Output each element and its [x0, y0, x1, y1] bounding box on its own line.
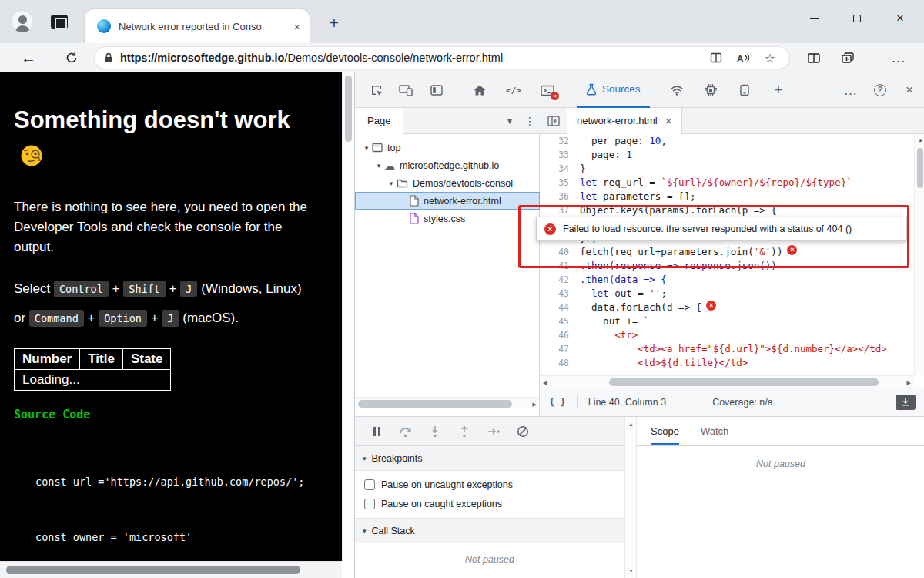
step-out-button[interactable] [454, 422, 475, 442]
line-number[interactable]: 46 [540, 328, 580, 342]
editor-line[interactable]: 44 data.forEach(d => {× [540, 301, 914, 314]
line-number[interactable]: 48 [540, 356, 580, 370]
step-button[interactable] [483, 422, 504, 442]
editor-line[interactable]: 40fetch(req_url+parameters.join('&'))× [540, 245, 914, 259]
page-horizontal-scrollbar[interactable] [0, 561, 342, 578]
editor-horizontal-scrollbar[interactable]: ◀ ▶ [540, 375, 914, 388]
application-tab[interactable] [732, 79, 757, 102]
line-number[interactable]: 32 [540, 134, 580, 148]
scroll-right-icon[interactable]: ▶ [907, 379, 911, 387]
pause-uncaught-checkbox[interactable] [364, 479, 375, 490]
file-tab[interactable]: network-error.html × [567, 108, 682, 134]
new-tab-button[interactable]: + [323, 12, 345, 34]
collections-button[interactable] [836, 47, 859, 69]
favorite-star-icon[interactable]: ☆ [760, 49, 780, 67]
step-into-button[interactable] [424, 422, 446, 442]
editor-vertical-scrollbar[interactable]: ▲ [914, 134, 924, 375]
editor-line[interactable]: 41.then(response => response.json()) [540, 259, 914, 273]
editor-line[interactable]: 45 out += ` [540, 314, 914, 328]
scrollbar-thumb[interactable] [917, 148, 923, 188]
elements-tab[interactable]: </> [501, 79, 526, 102]
expand-chevron-icon[interactable]: ▾ [386, 180, 397, 187]
workspaces-icon[interactable] [51, 15, 68, 29]
window-close-button[interactable]: × [882, 6, 918, 31]
line-number[interactable]: 36 [540, 190, 580, 203]
url-text[interactable]: https://microsoftedge.github.io/Demos/de… [120, 52, 699, 64]
back-button[interactable]: ← [17, 47, 40, 69]
collapse-chevron-icon[interactable]: ▾ [363, 527, 367, 535]
call-stack-header[interactable]: ▾ Call Stack [355, 519, 624, 543]
reload-button[interactable] [60, 47, 83, 69]
tree-item-domain[interactable]: ▾ ☁ microsoftedge.github.io [355, 156, 540, 174]
collapse-chevron-icon[interactable]: ▾ [363, 455, 367, 462]
split-screen-button[interactable] [802, 47, 825, 69]
tree-item-top[interactable]: ▾ top [355, 139, 540, 156]
pretty-print-button[interactable]: { } [549, 397, 566, 408]
scrollbar-thumb[interactable] [609, 378, 879, 386]
inspect-button[interactable] [364, 79, 389, 102]
scroll-left-icon[interactable]: ◀ [543, 379, 547, 387]
tab-close-icon[interactable]: × [293, 21, 300, 32]
step-over-button[interactable] [395, 422, 417, 442]
editor-line[interactable]: 43 let out = ''; [540, 287, 914, 301]
navigator-menu-icon[interactable]: ⋮ [520, 109, 540, 133]
toggle-navigator-icon[interactable] [540, 108, 567, 134]
navigator-page-tab[interactable]: Page [355, 108, 403, 134]
immersive-reader-icon[interactable] [706, 49, 726, 67]
line-number[interactable]: 45 [540, 314, 580, 328]
tree-item-network-error-html[interactable]: network-error.html [355, 192, 540, 210]
welcome-tab[interactable] [467, 79, 492, 102]
line-number[interactable]: 37 [540, 203, 580, 217]
line-number[interactable]: 35 [540, 176, 580, 190]
devtools-close-button[interactable]: × [897, 79, 922, 102]
line-number[interactable]: 40 [540, 245, 580, 259]
scroll-up-icon[interactable]: ▲ [628, 421, 634, 428]
page-vertical-scrollbar[interactable] [342, 72, 354, 561]
pause-button[interactable] [366, 422, 387, 442]
editor-line[interactable]: 46 <tr> [540, 328, 914, 342]
scroll-up-icon[interactable]: ▲ [918, 136, 923, 144]
editor-line[interactable]: 32 per_page: 10, [540, 134, 914, 148]
line-number[interactable]: 33 [540, 148, 580, 162]
editor-line[interactable]: 47 <td><a href="${d.url}">${d.number}</a… [540, 342, 914, 356]
line-number[interactable]: 41 [540, 259, 580, 273]
network-tab[interactable] [665, 79, 689, 102]
browser-tab[interactable]: Network error reported in Conso × [85, 9, 310, 43]
tree-item-folder[interactable]: ▾ Demos/devtools-consol [355, 174, 540, 192]
editor-line[interactable]: 35let req_url = `${url}/${owner}/${repo}… [540, 176, 914, 190]
expand-chevron-icon[interactable]: ▾ [373, 162, 384, 170]
scrollbar-thumb[interactable] [6, 566, 300, 574]
maximize-button[interactable] [839, 6, 875, 31]
tab-close-icon[interactable]: × [665, 115, 672, 126]
layout-panel-button[interactable] [424, 79, 449, 102]
more-tabs-button[interactable]: + [766, 79, 791, 102]
browser-menu-button[interactable]: … [887, 47, 910, 69]
devtools-menu-button[interactable]: … [839, 79, 863, 102]
editor-line[interactable]: 48 <td>${d.title}</td> [540, 356, 914, 370]
scroll-right-icon[interactable]: ▶ [533, 401, 537, 408]
pause-caught-row[interactable]: Pause on caught exceptions [355, 494, 624, 513]
sources-tab[interactable]: Sources [577, 72, 650, 108]
profile-avatar[interactable] [11, 10, 34, 33]
line-number[interactable]: 34 [540, 162, 580, 176]
deactivate-breakpoints-button[interactable] [512, 422, 534, 442]
device-toolbar-button[interactable] [393, 79, 418, 102]
editor-line[interactable]: 42.then(data => { [540, 273, 914, 287]
console-tab[interactable]: × [535, 79, 560, 102]
editor-line[interactable]: 36let parameters = []; [540, 190, 914, 203]
read-aloud-icon[interactable]: A [733, 49, 753, 67]
line-number[interactable]: 44 [540, 301, 580, 314]
editor-line[interactable]: 37Object.keys(params).forEach(p => { [540, 203, 914, 217]
scrollbar-thumb[interactable] [345, 76, 352, 142]
minimize-button[interactable] [796, 6, 832, 31]
expand-chevron-icon[interactable]: ▾ [361, 144, 372, 152]
line-number[interactable]: 47 [540, 342, 580, 356]
performance-tab[interactable] [698, 79, 723, 102]
pause-caught-checkbox[interactable] [364, 499, 375, 509]
breakpoints-header[interactable]: ▾ Breakpoints [355, 446, 624, 471]
sidebar-scrollbar[interactable]: ▲ ▼ [624, 417, 637, 578]
address-bar[interactable]: https://microsoftedge.github.io/Demos/de… [94, 46, 790, 69]
editor-line[interactable]: 33 page: 1 [540, 148, 914, 162]
scope-tab[interactable]: Scope [651, 417, 679, 445]
help-button[interactable]: ? [868, 79, 892, 102]
